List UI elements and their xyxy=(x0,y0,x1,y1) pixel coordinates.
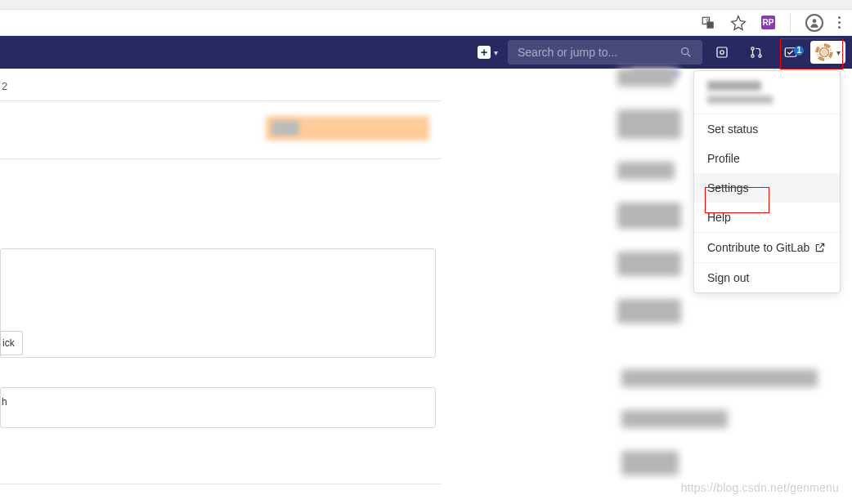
search-icon[interactable] xyxy=(679,46,693,59)
chevron-down-icon: ▾ xyxy=(494,48,498,57)
blurred-content-lower xyxy=(621,369,826,475)
issues-icon[interactable] xyxy=(707,45,737,60)
svg-point-8 xyxy=(751,47,754,50)
svg-point-3 xyxy=(813,19,817,23)
divider xyxy=(0,484,442,484)
divider xyxy=(0,158,442,159)
browser-toolbar: 文 RP xyxy=(0,10,852,36)
svg-point-9 xyxy=(751,55,754,57)
chrome-menu-icon[interactable] xyxy=(838,16,841,29)
browser-tab-strip xyxy=(0,0,852,10)
gitlab-navbar: + ▾ 1 ▾ xyxy=(0,36,852,69)
plus-icon: + xyxy=(478,46,491,59)
new-menu-dropdown[interactable]: + ▾ xyxy=(473,46,503,59)
menu-sign-out[interactable]: Sign out xyxy=(694,263,840,292)
separator xyxy=(790,14,791,32)
menu-label: Profile xyxy=(707,152,740,165)
menu-label: Set status xyxy=(707,123,758,136)
blurred-sidebar xyxy=(617,69,687,323)
search-bar[interactable] xyxy=(508,40,702,65)
search-input[interactable] xyxy=(518,46,679,59)
todos-badge: 1 xyxy=(794,46,804,56)
menu-label: Sign out xyxy=(707,271,749,284)
merge-requests-icon[interactable] xyxy=(742,45,771,60)
svg-text:文: 文 xyxy=(705,18,711,24)
svg-point-4 xyxy=(682,48,688,55)
menu-label: Help xyxy=(707,211,731,224)
svg-rect-6 xyxy=(717,47,727,57)
external-link-icon xyxy=(814,242,826,253)
rp-extension-icon[interactable]: RP xyxy=(761,16,775,29)
text-fragment: 2 xyxy=(0,80,442,92)
menu-profile[interactable]: Profile xyxy=(694,144,840,173)
translate-icon[interactable]: 文 xyxy=(701,16,715,30)
content-panel xyxy=(0,248,436,358)
menu-contribute[interactable]: Contribute to GitLab xyxy=(694,233,840,262)
menu-label: Settings xyxy=(707,181,749,194)
text-fragment: h xyxy=(0,390,23,413)
watermark: https://blog.csdn.net/genmenu xyxy=(681,481,839,494)
todos-icon[interactable]: 1 xyxy=(776,45,805,60)
chrome-profile-icon[interactable] xyxy=(805,14,823,32)
content-panel xyxy=(0,387,436,428)
menu-help[interactable]: Help xyxy=(694,203,840,232)
avatar xyxy=(815,43,833,61)
svg-line-5 xyxy=(688,54,690,56)
menu-set-status[interactable]: Set status xyxy=(694,114,840,144)
input-fragment[interactable]: ick xyxy=(0,331,23,355)
dropdown-user-header xyxy=(694,71,840,114)
star-icon[interactable] xyxy=(730,15,747,31)
user-avatar-dropdown[interactable]: ▾ xyxy=(810,41,845,64)
svg-point-10 xyxy=(759,55,761,57)
menu-label: Contribute to GitLab xyxy=(707,241,809,254)
chevron-down-icon: ▾ xyxy=(836,48,841,57)
divider xyxy=(0,100,442,101)
blurred-content xyxy=(271,121,299,136)
menu-settings[interactable]: Settings xyxy=(694,173,840,203)
svg-point-7 xyxy=(720,51,724,55)
user-dropdown-menu: Set status Profile Settings Help Contrib… xyxy=(693,70,841,293)
